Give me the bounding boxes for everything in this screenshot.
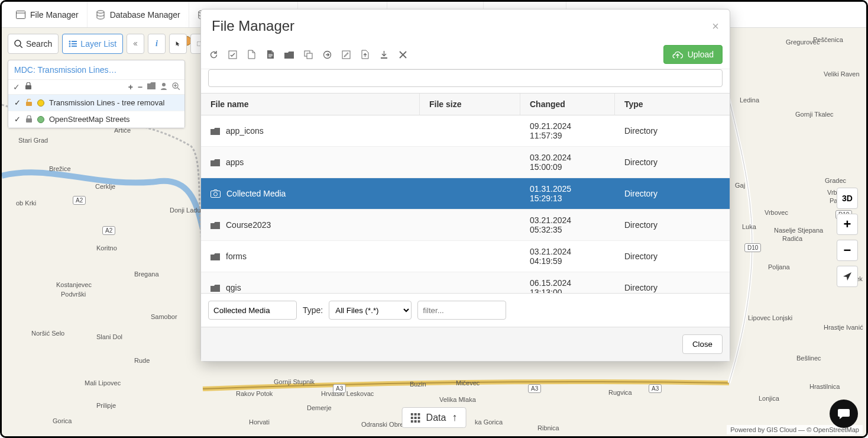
file-up-icon[interactable] (359, 49, 370, 60)
layer-label: OpenStreetMap Streets (49, 115, 130, 124)
table-row[interactable]: Course202303.21.2024 05:32:35Directory (201, 210, 730, 241)
col-file-name[interactable]: File name (201, 94, 420, 115)
list-icon (69, 40, 77, 47)
svg-rect-36 (418, 413, 420, 416)
window-icon (16, 11, 25, 19)
svg-rect-41 (414, 420, 417, 423)
search-button[interactable]: Search (8, 34, 59, 54)
3d-button[interactable]: 3D (837, 188, 858, 209)
svg-rect-35 (414, 413, 417, 416)
file-size (420, 188, 520, 199)
table-row[interactable]: Collected Media01.31.2025 15:29:13Direct… (201, 178, 730, 210)
camera-icon (210, 189, 221, 198)
plus-icon[interactable]: + (128, 82, 133, 92)
modal-title: File Manager (212, 18, 294, 34)
col-file-size[interactable]: File size (420, 94, 520, 115)
file-changed: 03.20.2024 15:00:09 (520, 147, 615, 178)
svg-rect-34 (411, 413, 413, 416)
menu-database-manager[interactable]: Database Manager (88, 2, 189, 27)
svg-point-23 (69, 46, 71, 47)
layer-list-button[interactable]: Layer List (62, 34, 123, 54)
col-changed[interactable]: Changed (520, 94, 615, 115)
zoom-out-button[interactable]: − (837, 240, 858, 261)
file-name: Collected Media (226, 189, 286, 198)
layer-panel-title[interactable]: MDC: Transmission Lines… (8, 60, 184, 80)
edit-icon[interactable] (341, 49, 351, 60)
locate-button[interactable] (837, 266, 858, 287)
svg-point-21 (69, 43, 71, 45)
table-row[interactable]: forms03.21.2024 04:19:59Directory (201, 241, 730, 272)
table-row[interactable]: qgis06.15.2024 13:13:00Directory (201, 272, 730, 293)
menu-file-manager[interactable]: File Manager (8, 2, 88, 27)
info-button[interactable]: i (148, 34, 166, 54)
file-name: Course2023 (226, 220, 271, 230)
file-name: forms (226, 252, 247, 261)
zoom-in-button[interactable]: + (837, 214, 858, 235)
selected-name-input[interactable] (208, 301, 297, 320)
search-icon (14, 40, 22, 48)
svg-rect-0 (17, 11, 25, 18)
layer-row[interactable]: ✓OpenStreetMap Streets (8, 111, 184, 128)
check-icon[interactable]: ✓ (14, 98, 21, 107)
svg-rect-43 (229, 51, 237, 59)
svg-rect-20 (72, 41, 77, 42)
file-type: Directory (615, 152, 730, 173)
folder-icon[interactable] (284, 49, 294, 60)
lock-icon[interactable] (25, 99, 33, 107)
file-text-icon[interactable] (265, 49, 276, 60)
folder-icon (210, 127, 220, 135)
file-type: Directory (615, 120, 730, 141)
layer-color-dot (37, 99, 44, 107)
col-type[interactable]: Type (615, 94, 730, 115)
refresh-icon[interactable] (208, 49, 219, 60)
select-all-icon[interactable] (227, 49, 238, 60)
move-icon[interactable] (322, 49, 332, 60)
download-icon[interactable] (378, 49, 389, 60)
menu-label: File Manager (30, 10, 79, 20)
minus-icon[interactable]: − (138, 82, 142, 92)
svg-rect-24 (72, 46, 77, 47)
pointer-button[interactable] (169, 34, 187, 54)
chat-bubble[interactable] (830, 400, 858, 428)
route-marker: A3 (528, 384, 541, 393)
copy-icon[interactable] (303, 49, 313, 60)
type-label: Type: (303, 305, 323, 315)
delete-icon[interactable] (397, 49, 408, 60)
file-type: Directory (615, 277, 730, 293)
table-row[interactable]: apps03.20.2024 15:00:09Directory (201, 147, 730, 178)
data-bar[interactable]: Data ↑ (402, 407, 467, 428)
zoom-icon[interactable] (172, 82, 180, 92)
file-manager-modal: File Manager × Upload File name (200, 9, 730, 362)
file-type: Directory (615, 214, 730, 236)
new-file-icon[interactable] (246, 49, 257, 60)
close-button[interactable]: Close (682, 334, 723, 354)
path-input[interactable] (208, 69, 723, 87)
upload-button[interactable]: Upload (663, 45, 723, 64)
layer-label: Transmission Lines - tree removal (49, 98, 164, 107)
search-label: Search (26, 39, 52, 49)
layer-row[interactable]: ✓Transmission Lines - tree removal (8, 95, 184, 111)
folder-icon[interactable] (147, 82, 156, 92)
upload-label: Upload (688, 50, 714, 59)
modal-footer-row: Type: All Files (*.*) (201, 293, 730, 327)
lock-icon[interactable] (25, 82, 32, 92)
type-select[interactable]: All Files (*.*) (329, 301, 412, 320)
folder-icon (210, 253, 220, 260)
svg-rect-37 (411, 417, 413, 419)
check-icon[interactable]: ✓ (14, 115, 21, 124)
layer-color-dot (37, 116, 44, 123)
file-size (420, 282, 520, 293)
route-marker: A2 (102, 226, 115, 235)
collapse-button[interactable] (127, 34, 144, 54)
check-icon[interactable]: ✓ (13, 82, 20, 92)
file-size (420, 125, 520, 137)
user-icon[interactable] (160, 82, 167, 92)
modal-close-button[interactable]: × (712, 20, 719, 33)
table-row[interactable]: app_icons09.21.2024 11:57:39Directory (201, 115, 730, 147)
svg-rect-32 (26, 102, 32, 106)
filter-input[interactable] (417, 301, 506, 320)
file-size (420, 219, 520, 231)
svg-line-18 (20, 46, 22, 48)
svg-rect-39 (418, 417, 420, 419)
lock-icon[interactable] (25, 115, 33, 123)
